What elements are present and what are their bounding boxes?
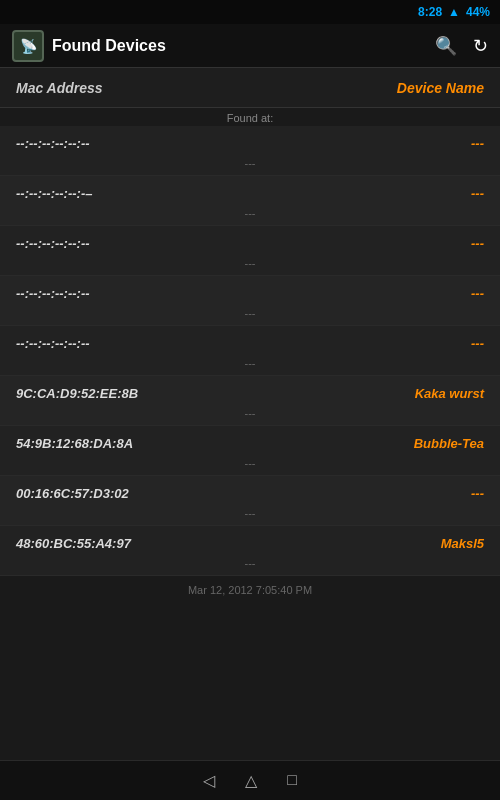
device-name-header: Device Name [397, 80, 484, 96]
mac-address-cell: 00:16:6C:57:D3:02 [16, 486, 129, 501]
bottom-bar: ◁ △ □ [0, 760, 500, 800]
status-bar: 8:28 ▲ 44% [0, 0, 500, 24]
mac-address-cell: 54:9B:12:68:DA:8A [16, 436, 133, 451]
recents-button[interactable]: □ [287, 771, 297, 790]
sub-row: --- [0, 205, 500, 225]
app-title: Found Devices [52, 37, 166, 55]
sub-row: --- [0, 555, 500, 575]
time-display: 8:28 [418, 5, 442, 19]
mac-address-cell: --:--:--:--:--:-– [16, 186, 93, 201]
device-name-cell: Maksl5 [441, 536, 484, 551]
mac-address-cell: --:--:--:--:--:-- [16, 286, 90, 301]
device-row[interactable]: --:--:--:--:--:-–------ [0, 176, 500, 226]
wifi-icon: ▲ [448, 5, 460, 19]
column-headers: Mac Address Device Name [0, 68, 500, 108]
mac-address-cell: --:--:--:--:--:-- [16, 136, 90, 151]
device-row[interactable]: 00:16:6C:57:D3:02------ [0, 476, 500, 526]
sub-row: --- [0, 305, 500, 325]
mac-address-header: Mac Address [16, 80, 103, 96]
sub-row: --- [0, 505, 500, 525]
device-name-cell: --- [471, 136, 484, 151]
search-icon[interactable]: 🔍 [435, 35, 457, 57]
device-row[interactable]: 48:60:BC:55:A4:97Maksl5--- [0, 526, 500, 576]
device-name-cell: --- [471, 236, 484, 251]
sub-row: --- [0, 355, 500, 375]
device-row[interactable]: --:--:--:--:--:-------- [0, 326, 500, 376]
sub-row: --- [0, 405, 500, 425]
home-button[interactable]: △ [245, 771, 257, 790]
sub-row: --- [0, 255, 500, 275]
device-name-cell: --- [471, 486, 484, 501]
device-name-cell: Kaka wurst [415, 386, 484, 401]
back-button[interactable]: ◁ [203, 771, 215, 790]
mac-address-cell: --:--:--:--:--:-- [16, 236, 90, 251]
found-at-label: Found at: [0, 108, 500, 126]
mac-address-cell: --:--:--:--:--:-- [16, 336, 90, 351]
mac-address-cell: 9C:CA:D9:52:EE:8B [16, 386, 138, 401]
sub-row: --- [0, 155, 500, 175]
battery-display: 44% [466, 5, 490, 19]
device-name-cell: --- [471, 186, 484, 201]
timestamp-label: Mar 12, 2012 7:05:40 PM [0, 576, 500, 604]
device-row[interactable]: 54:9B:12:68:DA:8ABubble-Tea--- [0, 426, 500, 476]
device-row[interactable]: 9C:CA:D9:52:EE:8BKaka wurst--- [0, 376, 500, 426]
title-bar: 📡 Found Devices 🔍 ↻ [0, 24, 500, 68]
device-row[interactable]: --:--:--:--:--:-------- [0, 126, 500, 176]
device-row[interactable]: --:--:--:--:--:-------- [0, 226, 500, 276]
sub-row: --- [0, 455, 500, 475]
device-list: Found at: --:--:--:--:--:----------:--:-… [0, 108, 500, 760]
refresh-icon[interactable]: ↻ [473, 35, 488, 57]
device-name-cell: Bubble-Tea [414, 436, 484, 451]
mac-address-cell: 48:60:BC:55:A4:97 [16, 536, 131, 551]
device-name-cell: --- [471, 336, 484, 351]
device-row[interactable]: --:--:--:--:--:-------- [0, 276, 500, 326]
app-icon: 📡 [12, 30, 44, 62]
device-name-cell: --- [471, 286, 484, 301]
